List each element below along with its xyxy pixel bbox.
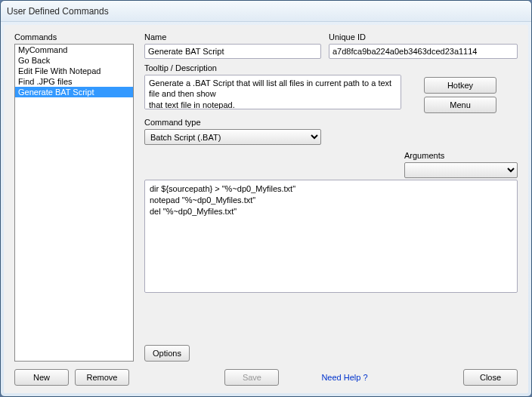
tooltip-label: Tooltip / Description [144, 63, 401, 72]
unique-id-label: Unique ID [329, 32, 518, 42]
list-item[interactable]: MyCommand [15, 45, 133, 55]
list-item[interactable]: Go Back [15, 55, 133, 66]
command-type-label: Command type [144, 118, 321, 127]
script-area [144, 180, 518, 342]
remove-button[interactable]: Remove [75, 369, 129, 386]
name-label: Name [144, 32, 321, 42]
arguments-row: Arguments [144, 151, 518, 178]
main-area: Commands MyCommandGo BackEdit File With … [14, 32, 518, 362]
arguments-select[interactable] [404, 162, 518, 178]
options-button[interactable]: Options [144, 345, 190, 362]
hotkey-button[interactable]: Hotkey [424, 77, 496, 94]
details-panel: Name Unique ID Tooltip / Description Hot [144, 32, 518, 362]
titlebar[interactable]: User Defined Commands [1, 1, 531, 22]
script-textarea[interactable] [144, 180, 518, 293]
list-item[interactable]: Generate BAT Script [15, 87, 133, 97]
bottom-bar: New Remove Save Need Help ? Close [14, 362, 518, 389]
arguments-label: Arguments [404, 151, 518, 160]
name-id-row: Name Unique ID [144, 32, 518, 59]
command-type-group: Command type Batch Script (.BAT) [144, 118, 321, 145]
tooltip-textarea[interactable] [144, 75, 401, 109]
name-input[interactable] [144, 44, 321, 59]
commands-panel: Commands MyCommandGo BackEdit File With … [14, 32, 134, 362]
new-button[interactable]: New [14, 369, 69, 386]
commands-label: Commands [14, 32, 134, 42]
unique-id-input[interactable] [329, 44, 518, 59]
side-buttons: Hotkey Menu [424, 77, 496, 113]
tooltip-row: Tooltip / Description Hotkey Menu [144, 63, 518, 113]
dialog-content: Commands MyCommandGo BackEdit File With … [4, 25, 528, 393]
close-button[interactable]: Close [463, 369, 518, 386]
list-item[interactable]: Edit File With Notepad [15, 66, 133, 76]
command-type-select[interactable]: Batch Script (.BAT) [144, 129, 321, 145]
options-row: Options [144, 345, 518, 362]
window-title: User Defined Commands [7, 6, 109, 17]
menu-button[interactable]: Menu [424, 97, 496, 113]
commands-listbox[interactable]: MyCommandGo BackEdit File With NotepadFi… [14, 44, 134, 362]
help-link[interactable]: Need Help ? [321, 373, 367, 382]
list-item[interactable]: Find .JPG files [15, 76, 133, 87]
dialog-window: User Defined Commands Commands MyCommand… [0, 0, 532, 397]
save-button[interactable]: Save [224, 369, 279, 386]
